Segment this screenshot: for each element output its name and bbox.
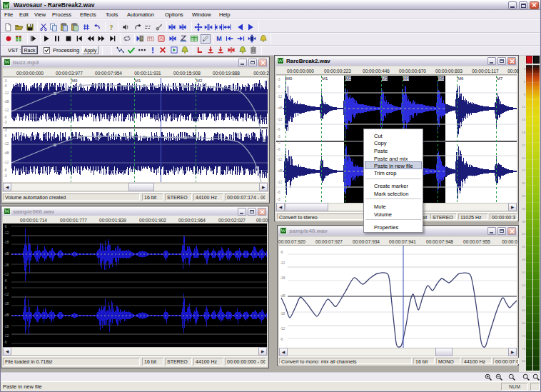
svg-text:?: ? bbox=[110, 24, 113, 31]
svg-text:M: M bbox=[216, 35, 222, 42]
